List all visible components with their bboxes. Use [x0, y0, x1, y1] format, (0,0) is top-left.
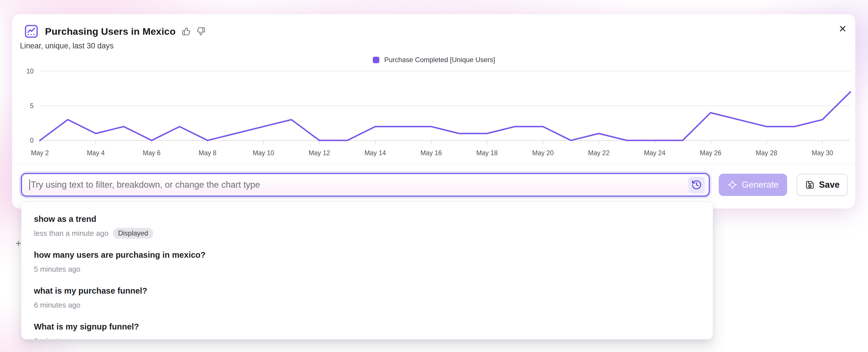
history-item[interactable]: how many users are purchasing in mexico?… — [34, 250, 700, 275]
history-item[interactable]: show as a trend less than a minute ago D… — [34, 214, 700, 239]
save-label: Save — [819, 180, 839, 190]
history-item-badge: Displayed — [113, 228, 153, 239]
history-item[interactable]: what is my purchase funnel? 6 minutes ag… — [34, 286, 700, 311]
history-item-title: show as a trend — [34, 214, 700, 224]
legend-label: Purchase Completed [Unique Users] — [384, 56, 495, 64]
history-item-time: 6 minutes ago — [34, 337, 80, 340]
text-caret — [29, 180, 30, 190]
chart-insight-icon — [24, 24, 39, 39]
card-divider — [12, 164, 855, 164]
chart-subtitle: Linear, unique, last 30 days — [20, 41, 114, 51]
sparkle-icon — [727, 180, 738, 190]
history-item-time: less than a minute ago — [34, 229, 108, 238]
thumbs-up-button[interactable] — [182, 27, 190, 36]
history-item-time: 6 minutes ago — [34, 301, 80, 310]
history-item-title: what is my purchase funnel? — [34, 286, 700, 296]
history-item-title: What is my signup funnel? — [34, 322, 700, 332]
save-icon — [805, 180, 815, 190]
generate-label: Generate — [742, 180, 779, 190]
save-button[interactable]: Save — [797, 174, 847, 196]
history-icon[interactable] — [688, 177, 705, 193]
legend-swatch — [373, 57, 379, 63]
thumbs-down-button[interactable] — [197, 27, 205, 36]
history-item-time: 5 minutes ago — [34, 265, 80, 274]
prompt-placeholder: Try using text to filter, breakdown, or … — [31, 180, 688, 190]
history-dropdown: show as a trend less than a minute ago D… — [21, 202, 713, 340]
close-icon[interactable]: ✕ — [836, 22, 849, 35]
background-plus-glyph: + — [16, 237, 21, 250]
chart-legend: Purchase Completed [Unique Users] — [0, 56, 868, 64]
ai-prompt-input[interactable]: Try using text to filter, breakdown, or … — [21, 173, 710, 196]
history-item[interactable]: What is my signup funnel? 6 minutes ago — [34, 322, 700, 340]
page-title: Purchasing Users in Mexico — [45, 26, 176, 37]
history-item-title: how many users are purchasing in mexico? — [34, 250, 700, 260]
generate-button[interactable]: Generate — [719, 174, 787, 196]
